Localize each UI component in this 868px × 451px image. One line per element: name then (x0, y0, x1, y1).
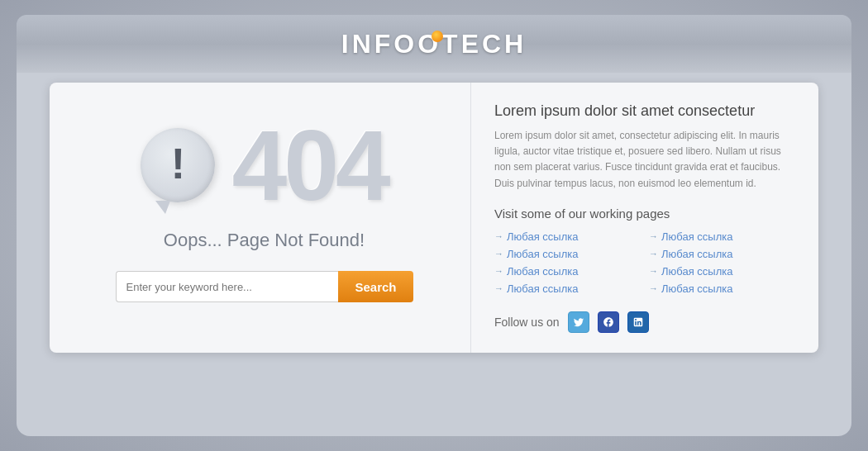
list-item[interactable]: → Любая ссылка (649, 248, 795, 260)
header-bar: INFOOTECH (17, 15, 851, 73)
error-code: 404 (231, 116, 387, 215)
facebook-icon[interactable] (598, 311, 619, 333)
search-input[interactable] (116, 271, 339, 302)
link-label: Любая ссылка (507, 282, 578, 295)
link-label: Любая ссылка (661, 265, 732, 278)
right-panel-title: Lorem ipsum dolor sit amet consectetur (494, 102, 795, 120)
list-item[interactable]: → Любая ссылка (649, 265, 795, 278)
logo-dot-container: O (417, 29, 441, 59)
links-grid: → Любая ссылка → Любая ссылка → Любая сс… (494, 230, 795, 295)
logo-text-part1: INFO (341, 29, 417, 59)
left-panel: ! 404 Oops... Page Not Found! Search (50, 83, 471, 353)
link-label: Любая ссылка (507, 230, 578, 243)
search-form: Search (116, 271, 413, 302)
main-card: ! 404 Oops... Page Not Found! Search Lor… (50, 83, 818, 353)
list-item[interactable]: → Любая ссылка (494, 230, 641, 243)
list-item[interactable]: → Любая ссылка (649, 282, 795, 295)
link-label: Любая ссылка (661, 282, 732, 295)
list-item[interactable]: → Любая ссылка (494, 282, 641, 295)
exclamation-bubble: ! (141, 128, 215, 202)
twitter-icon[interactable] (568, 311, 589, 333)
exclamation-mark: ! (171, 142, 185, 185)
link-label: Любая ссылка (661, 248, 732, 260)
list-item[interactable]: → Любая ссылка (494, 265, 641, 278)
logo: INFOOTECH (341, 29, 527, 59)
arrow-icon: → (494, 266, 503, 276)
right-panel: Lorem ipsum dolor sit amet consectetur L… (471, 83, 818, 353)
arrow-icon: → (649, 283, 658, 293)
arrow-icon: → (649, 249, 658, 259)
arrow-icon: → (649, 231, 658, 241)
working-pages-title: Visit some of our working pages (494, 207, 795, 221)
link-label: Любая ссылка (507, 248, 578, 260)
follow-section: Follow us on (494, 311, 795, 333)
logo-dot (432, 31, 443, 42)
logo-text-part2: TECH (441, 29, 527, 59)
search-button[interactable]: Search (338, 271, 413, 302)
linkedin-icon[interactable] (627, 311, 649, 333)
link-label: Любая ссылка (507, 265, 578, 278)
list-item[interactable]: → Любая ссылка (494, 248, 641, 260)
arrow-icon: → (649, 266, 658, 276)
follow-label: Follow us on (494, 316, 560, 329)
list-item[interactable]: → Любая ссылка (649, 230, 795, 243)
link-label: Любая ссылка (661, 230, 732, 243)
arrow-icon: → (494, 231, 503, 241)
arrow-icon: → (494, 249, 503, 259)
right-panel-description: Lorem ipsum dolor sit amet, consectetur … (494, 128, 795, 192)
arrow-icon: → (494, 283, 503, 293)
error-section: ! 404 (83, 116, 446, 215)
error-message: Oops... Page Not Found! (164, 230, 365, 251)
